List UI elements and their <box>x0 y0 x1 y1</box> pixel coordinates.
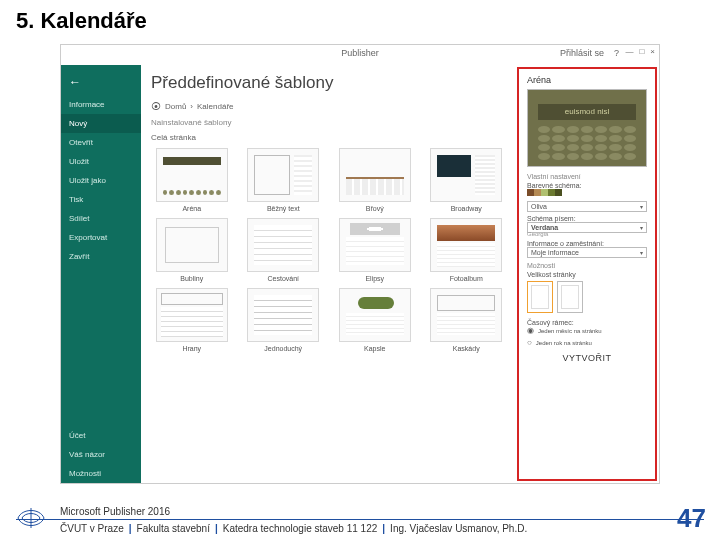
sidebar-bottom-2[interactable]: Možnosti <box>61 464 141 483</box>
template-elipsy[interactable]: Elipsy <box>334 218 416 282</box>
color-scheme-dropdown[interactable]: Oliva▾ <box>527 201 647 212</box>
footer-part-3: Ing. Vjačeslav Usmanov, Ph.D. <box>390 523 527 534</box>
chevron-down-icon: ▾ <box>640 224 643 231</box>
publisher-backstage: Publisher Přihlásit se ? — □ × ← Informa… <box>60 44 660 484</box>
sidebar-item-1[interactable]: Nový <box>61 114 141 133</box>
template-label: Břový <box>334 205 416 212</box>
template-label: Kaskády <box>426 345 508 352</box>
page-heading: Předdefinované šablony <box>151 73 507 93</box>
font-sub: Georgia <box>527 231 647 237</box>
font-scheme-label: Schéma písem: <box>527 215 647 222</box>
pagesize-landscape[interactable] <box>527 281 553 313</box>
sidebar-item-3[interactable]: Uložit <box>61 152 141 171</box>
template-aréna[interactable]: Aréna <box>151 148 233 212</box>
template-břový[interactable]: Břový <box>334 148 416 212</box>
sidebar-item-6[interactable]: Sdílet <box>61 209 141 228</box>
breadcrumb-back-icon[interactable]: ⦿ <box>151 101 161 112</box>
filter-label: Celá stránka <box>151 133 507 142</box>
create-button[interactable]: VYTVOŘIT <box>527 353 647 363</box>
chevron-down-icon: ▾ <box>640 249 643 256</box>
preview-panel: Aréna euismod nisl Vlastní nastavení Bar… <box>517 67 657 481</box>
help-button[interactable]: ? <box>614 48 619 58</box>
options-label: Možnosti <box>527 262 647 269</box>
pagesize-options[interactable] <box>527 281 647 313</box>
template-label: Fotoalbum <box>426 275 508 282</box>
template-kaskády[interactable]: Kaskády <box>426 288 508 352</box>
minimize-icon[interactable]: — <box>625 47 633 56</box>
preview-title: Aréna <box>527 75 647 85</box>
template-label: Běžný text <box>243 205 325 212</box>
sidebar-bottom-0[interactable]: Účet <box>61 426 141 445</box>
sidebar-item-5[interactable]: Tisk <box>61 190 141 209</box>
preview-thumb: euismod nisl <box>527 89 647 167</box>
backstage-sidebar: ← InformaceNovýOtevřítUložitUložit jakoT… <box>61 65 141 483</box>
template-jednoduchý[interactable]: Jednoduchý <box>243 288 325 352</box>
template-fotoalbum[interactable]: Fotoalbum <box>426 218 508 282</box>
pagesize-portrait[interactable] <box>557 281 583 313</box>
template-broadway[interactable]: Broadway <box>426 148 508 212</box>
template-label: Aréna <box>151 205 233 212</box>
slide-footer: Microsoft Publisher 2016 ČVUT v Praze|Fa… <box>0 502 720 541</box>
timeframe-month[interactable]: ◉Jeden měsíc na stránku <box>527 326 647 335</box>
color-scheme-label: Barevné schéma: <box>527 182 647 189</box>
template-label: Kapsle <box>334 345 416 352</box>
color-swatches <box>527 189 562 198</box>
templates-content: Předdefinované šablony ⦿ Domů › Kalendář… <box>141 65 517 483</box>
maximize-icon[interactable]: □ <box>639 47 644 56</box>
chevron-right-icon: › <box>190 102 193 111</box>
cvut-logo <box>14 504 48 532</box>
custom-label: Vlastní nastavení <box>527 173 647 180</box>
business-dropdown[interactable]: Moje informace▾ <box>527 247 647 258</box>
template-label: Hrany <box>151 345 233 352</box>
section-label: Nainstalované šablony <box>151 118 507 127</box>
breadcrumb-home[interactable]: Domů <box>165 102 186 111</box>
close-icon[interactable]: × <box>650 47 655 56</box>
template-hrany[interactable]: Hrany <box>151 288 233 352</box>
product-name: Microsoft Publisher 2016 <box>16 506 704 517</box>
template-label: Bubliny <box>151 275 233 282</box>
pagesize-label: Velikost stránky <box>527 271 647 278</box>
sidebar-item-8[interactable]: Zavřít <box>61 247 141 266</box>
footer-part-2: Katedra technologie staveb 11 122 <box>223 523 378 534</box>
template-cestování[interactable]: Cestování <box>243 218 325 282</box>
sidebar-item-0[interactable]: Informace <box>61 95 141 114</box>
business-label: Informace o zaměstnání: <box>527 240 647 247</box>
titlebar: Publisher Přihlásit se ? — □ × <box>61 45 659 65</box>
timeframe-year[interactable]: ○Jeden rok na stránku <box>527 338 647 347</box>
timeframe-label: Časový rámec: <box>527 319 647 326</box>
footer-part-0: ČVUT v Praze <box>60 523 124 534</box>
sidebar-item-4[interactable]: Uložit jako <box>61 171 141 190</box>
preview-banner: euismod nisl <box>538 104 636 120</box>
template-bubliny[interactable]: Bubliny <box>151 218 233 282</box>
template-běžný-text[interactable]: Běžný text <box>243 148 325 212</box>
app-name: Publisher <box>341 48 379 58</box>
sidebar-bottom-1[interactable]: Váš názor <box>61 445 141 464</box>
footer-part-1: Fakulta stavební <box>137 523 210 534</box>
slide-title: 5. Kalendáře <box>0 0 720 46</box>
sidebar-item-7[interactable]: Exportovat <box>61 228 141 247</box>
page-number: 47 <box>677 503 706 534</box>
signin-link[interactable]: Přihlásit se <box>560 48 604 58</box>
breadcrumb-current: Kalendáře <box>197 102 233 111</box>
template-kapsle[interactable]: Kapsle <box>334 288 416 352</box>
breadcrumb: ⦿ Domů › Kalendáře <box>151 101 507 112</box>
template-label: Jednoduchý <box>243 345 325 352</box>
template-label: Cestování <box>243 275 325 282</box>
template-label: Broadway <box>426 205 508 212</box>
sidebar-item-2[interactable]: Otevřít <box>61 133 141 152</box>
back-arrow-icon[interactable]: ← <box>61 71 141 95</box>
template-label: Elipsy <box>334 275 416 282</box>
chevron-down-icon: ▾ <box>640 203 643 210</box>
